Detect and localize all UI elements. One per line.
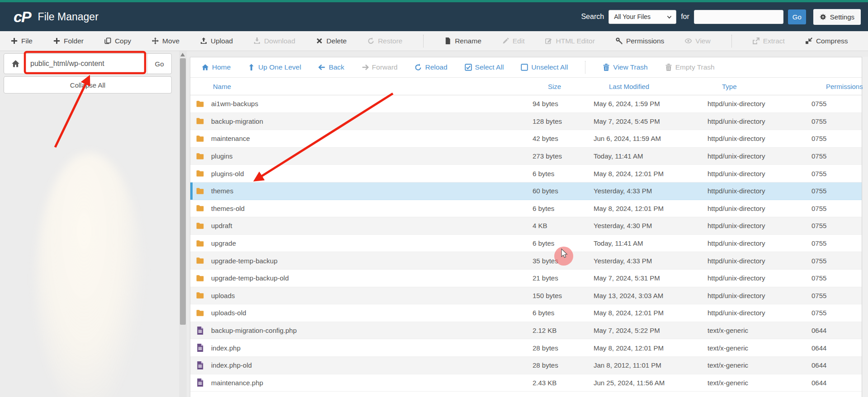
toolbar-button-copy[interactable]: Copy bbox=[104, 37, 131, 45]
table-row[interactable]: themes60 bytesYesterday, 4:33 PMhttpd/un… bbox=[190, 182, 862, 200]
sidebar-scrollbar[interactable] bbox=[179, 51, 187, 397]
file-size: 94 bytes bbox=[527, 100, 588, 107]
file-type: text/x-generic bbox=[701, 344, 805, 352]
nav-button-label: Home bbox=[212, 63, 231, 71]
toolbar-button-rename[interactable]: Rename bbox=[444, 37, 481, 45]
toolbar-button-upload[interactable]: Upload bbox=[200, 37, 233, 45]
scrollbar-thumb[interactable] bbox=[180, 58, 186, 325]
column-header-last-modified[interactable]: Last Modified bbox=[588, 83, 701, 90]
back-icon bbox=[318, 64, 326, 71]
nav-button-label: Reload bbox=[425, 63, 447, 71]
file-size: 28 bytes bbox=[527, 361, 588, 369]
app-header: cP File Manager Search All Your Files fo… bbox=[0, 0, 868, 31]
cpanel-logo: cP bbox=[14, 8, 31, 26]
file-icon bbox=[195, 361, 205, 369]
blurred-directory-tree bbox=[35, 153, 144, 397]
toolbar-button-label: Upload bbox=[211, 37, 233, 45]
table-row[interactable]: maintenance.php2.43 KBJun 25, 2024, 11:5… bbox=[190, 374, 862, 392]
table-row[interactable]: themes-old6 bytesMay 8, 2024, 12:01 PMht… bbox=[190, 200, 862, 218]
edit-icon bbox=[502, 37, 509, 44]
search-scope-select[interactable]: All Your Files bbox=[609, 10, 676, 24]
column-header-size[interactable]: Size bbox=[527, 83, 588, 90]
file-permissions: 0755 bbox=[805, 135, 862, 142]
settings-button[interactable]: Settings bbox=[813, 9, 861, 25]
path-bar: Go bbox=[4, 53, 172, 74]
search-go-button[interactable]: Go bbox=[788, 9, 806, 24]
nav-button-up-one-level[interactable]: Up One Level bbox=[248, 63, 301, 71]
file-modified: Yesterday, 4:33 PM bbox=[588, 257, 701, 265]
nav-button-back[interactable]: Back bbox=[318, 63, 344, 71]
file-type: httpd/unix-directory bbox=[701, 309, 805, 317]
home-icon-button[interactable] bbox=[4, 54, 27, 74]
file-modified: May 7, 2024, 5:22 PM bbox=[588, 327, 701, 334]
collapse-all-button[interactable]: Collapse All bbox=[4, 76, 172, 93]
up-one-level-icon bbox=[248, 64, 255, 71]
file-size: 6 bytes bbox=[527, 239, 588, 247]
toolbar-button-permissions[interactable]: Permissions bbox=[616, 37, 664, 45]
page-title: File Manager bbox=[38, 11, 99, 23]
file-type: text/x-generic bbox=[701, 361, 805, 369]
nav-button-label: Unselect All bbox=[531, 63, 568, 71]
file-name: upgrade-temp-backup bbox=[211, 257, 278, 265]
table-row[interactable]: ai1wm-backups94 bytesMay 6, 2024, 1:59 P… bbox=[190, 95, 862, 113]
path-go-button[interactable]: Go bbox=[147, 54, 171, 74]
file-size: 6 bytes bbox=[527, 309, 588, 317]
table-row[interactable]: upgrade6 bytesToday, 11:41 AMhttpd/unix-… bbox=[190, 235, 862, 252]
file-permissions: 0755 bbox=[805, 274, 862, 282]
file-permissions: 0755 bbox=[805, 222, 862, 229]
toolbar-button-folder[interactable]: Folder bbox=[53, 37, 84, 45]
folder-icon bbox=[195, 291, 205, 299]
table-row[interactable]: updraft4 KBYesterday, 4:30 PMhttpd/unix-… bbox=[190, 217, 862, 235]
table-row[interactable]: uploads-old6 bytesMay 8, 2024, 12:01 PMh… bbox=[190, 304, 862, 322]
toolbar-separator bbox=[423, 35, 424, 47]
nav-button-view-trash[interactable]: View Trash bbox=[603, 63, 647, 71]
toolbar: FileFolderCopyMoveUploadDownloadDeleteRe… bbox=[0, 31, 868, 51]
search-input[interactable] bbox=[694, 10, 783, 24]
toolbar-button-delete[interactable]: Delete bbox=[316, 37, 347, 45]
nav-button-label: Back bbox=[329, 63, 344, 71]
column-header-type[interactable]: Type bbox=[701, 83, 805, 90]
path-input[interactable] bbox=[27, 54, 147, 74]
toolbar-button-extract: Extract bbox=[753, 37, 785, 45]
nav-button-select-all[interactable]: Select All bbox=[465, 63, 504, 71]
toolbar-button-compress[interactable]: Compress bbox=[806, 37, 848, 45]
nav-button-reload[interactable]: Reload bbox=[415, 63, 447, 71]
copy-icon bbox=[104, 37, 111, 44]
nav-button-home[interactable]: Home bbox=[202, 63, 231, 71]
table-row[interactable]: index.php-old28 bytesJan 8, 2012, 11:01 … bbox=[190, 357, 862, 374]
table-row[interactable]: plugins273 bytesToday, 11:41 AMhttpd/uni… bbox=[190, 148, 862, 165]
table-row[interactable]: plugins-old6 bytesMay 8, 2024, 12:01 PMh… bbox=[190, 165, 862, 182]
file-name: backup-migration-config.php bbox=[211, 327, 297, 334]
file-type: httpd/unix-directory bbox=[701, 239, 805, 247]
toolbar-button-label: Download bbox=[264, 37, 295, 45]
table-row[interactable]: backup-migration-config.php2.12 KBMay 7,… bbox=[190, 322, 862, 340]
table-row[interactable]: upgrade-temp-backup-old21 bytesMay 7, 20… bbox=[190, 270, 862, 287]
table-row[interactable]: backup-migration128 bytesMay 7, 2024, 5:… bbox=[190, 113, 862, 131]
nav-button-unselect-all[interactable]: Unselect All bbox=[521, 63, 568, 71]
table-row[interactable]: upgrade-temp-backup35 bytesYesterday, 4:… bbox=[190, 252, 862, 270]
toolbar-button-move[interactable]: Move bbox=[152, 37, 179, 45]
folder-icon bbox=[195, 117, 205, 125]
toolbar-button-label: Restore bbox=[378, 37, 402, 45]
column-header-name[interactable]: Name bbox=[190, 83, 527, 90]
table-scrollbar-track[interactable] bbox=[863, 57, 868, 397]
file-size: 28 bytes bbox=[527, 344, 588, 352]
table-row[interactable]: uploads150 bytesMay 13, 2024, 3:03 AMhtt… bbox=[190, 287, 862, 305]
scrollbar-up-arrow-icon[interactable] bbox=[180, 53, 185, 56]
restore-icon bbox=[368, 37, 374, 44]
file-permissions: 0755 bbox=[805, 205, 862, 212]
view-trash-icon bbox=[603, 64, 610, 71]
column-header-permissions[interactable]: Permissions bbox=[805, 83, 863, 90]
view-icon bbox=[685, 37, 692, 44]
table-row[interactable]: maintenance42 bytesJun 6, 2024, 11:59 AM… bbox=[190, 130, 862, 148]
reload-icon bbox=[415, 64, 422, 71]
file-type: httpd/unix-directory bbox=[701, 205, 805, 212]
file-modified: May 7, 2024, 5:45 PM bbox=[588, 117, 701, 125]
file-permissions: 0755 bbox=[805, 152, 862, 160]
file-modified: May 8, 2024, 12:01 PM bbox=[588, 170, 701, 177]
toolbar-button-file[interactable]: File bbox=[11, 37, 33, 45]
table-row[interactable]: index.php28 bytesMay 8, 2024, 12:01 PMte… bbox=[190, 339, 862, 357]
file-name: updraft bbox=[211, 222, 232, 229]
toolbar-button-label: Copy bbox=[115, 37, 131, 45]
download-icon bbox=[254, 37, 260, 44]
